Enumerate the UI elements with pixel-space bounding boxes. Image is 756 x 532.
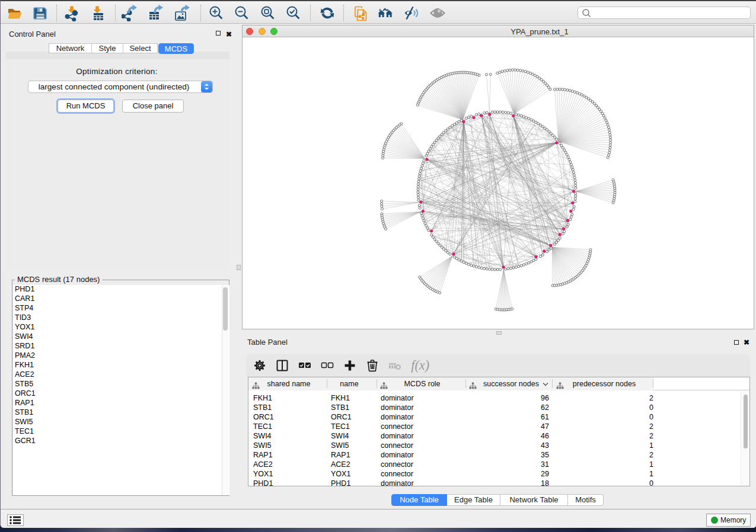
svg-text:f(x): f(x) — [411, 358, 429, 373]
